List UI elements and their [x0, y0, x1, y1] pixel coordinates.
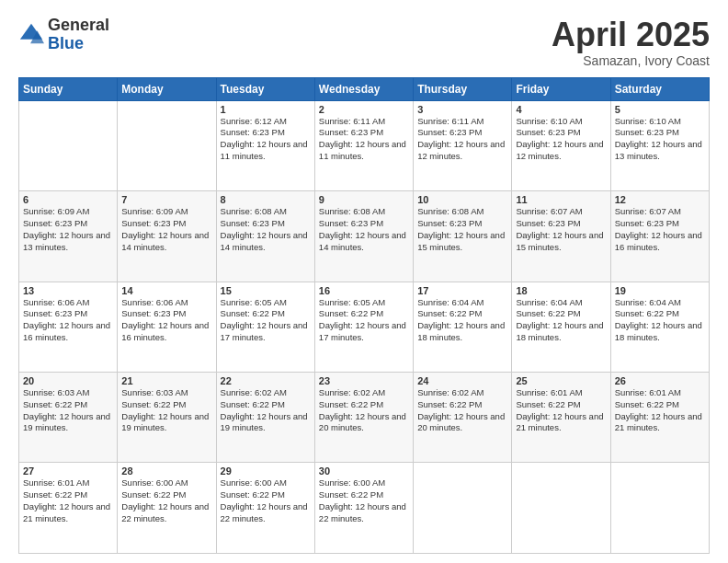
day-number: 29	[221, 465, 311, 477]
day-info: Sunrise: 6:12 AM Sunset: 6:23 PM Dayligh…	[221, 116, 311, 163]
calendar-cell: 9Sunrise: 6:08 AM Sunset: 6:23 PM Daylig…	[314, 191, 413, 282]
calendar-title: April 2025	[552, 17, 710, 53]
calendar-cell	[414, 463, 512, 554]
day-info: Sunrise: 6:03 AM Sunset: 6:22 PM Dayligh…	[121, 387, 211, 434]
calendar-cell: 26Sunrise: 6:01 AM Sunset: 6:22 PM Dayli…	[610, 373, 709, 463]
weekday-header: Wednesday	[314, 77, 413, 100]
logo-general: General	[48, 17, 109, 35]
day-info: Sunrise: 6:07 AM Sunset: 6:23 PM Dayligh…	[615, 206, 705, 253]
day-number: 20	[23, 375, 113, 386]
calendar-cell: 6Sunrise: 6:09 AM Sunset: 6:23 PM Daylig…	[19, 191, 118, 282]
day-number: 14	[121, 285, 211, 296]
day-number: 18	[516, 285, 606, 296]
calendar-cell: 2Sunrise: 6:11 AM Sunset: 6:23 PM Daylig…	[314, 100, 413, 190]
day-number: 19	[615, 285, 705, 296]
weekday-header: Friday	[512, 77, 610, 100]
day-info: Sunrise: 6:04 AM Sunset: 6:22 PM Dayligh…	[615, 297, 705, 344]
day-number: 7	[121, 194, 211, 205]
calendar-cell: 4Sunrise: 6:10 AM Sunset: 6:23 PM Daylig…	[512, 100, 610, 190]
calendar-cell: 25Sunrise: 6:01 AM Sunset: 6:22 PM Dayli…	[512, 373, 610, 463]
calendar-cell: 11Sunrise: 6:07 AM Sunset: 6:23 PM Dayli…	[512, 191, 610, 282]
day-number: 1	[221, 104, 311, 115]
day-number: 21	[121, 375, 211, 386]
calendar-cell: 17Sunrise: 6:04 AM Sunset: 6:22 PM Dayli…	[414, 282, 512, 372]
weekday-header: Saturday	[610, 77, 709, 100]
calendar-week-row: 27Sunrise: 6:01 AM Sunset: 6:22 PM Dayli…	[19, 463, 710, 554]
calendar-cell: 19Sunrise: 6:04 AM Sunset: 6:22 PM Dayli…	[610, 282, 709, 372]
day-info: Sunrise: 6:01 AM Sunset: 6:22 PM Dayligh…	[615, 387, 705, 434]
calendar-cell	[19, 100, 118, 190]
calendar-cell: 12Sunrise: 6:07 AM Sunset: 6:23 PM Dayli…	[610, 191, 709, 282]
calendar-cell: 27Sunrise: 6:01 AM Sunset: 6:22 PM Dayli…	[19, 463, 118, 554]
calendar-cell	[118, 100, 216, 190]
calendar-cell: 14Sunrise: 6:06 AM Sunset: 6:23 PM Dayli…	[118, 282, 216, 372]
day-number: 22	[221, 375, 311, 386]
day-number: 11	[516, 194, 606, 205]
calendar-cell: 23Sunrise: 6:02 AM Sunset: 6:22 PM Dayli…	[314, 373, 413, 463]
day-info: Sunrise: 6:05 AM Sunset: 6:22 PM Dayligh…	[221, 297, 311, 344]
day-number: 3	[417, 104, 507, 115]
day-number: 4	[516, 104, 606, 115]
day-info: Sunrise: 6:09 AM Sunset: 6:23 PM Dayligh…	[121, 206, 211, 253]
day-info: Sunrise: 6:01 AM Sunset: 6:22 PM Dayligh…	[23, 477, 113, 524]
calendar-cell: 5Sunrise: 6:10 AM Sunset: 6:23 PM Daylig…	[610, 100, 709, 190]
weekday-header: Sunday	[19, 77, 118, 100]
day-info: Sunrise: 6:06 AM Sunset: 6:23 PM Dayligh…	[23, 297, 113, 344]
day-info: Sunrise: 6:08 AM Sunset: 6:23 PM Dayligh…	[221, 206, 311, 253]
calendar-cell: 21Sunrise: 6:03 AM Sunset: 6:22 PM Dayli…	[118, 373, 216, 463]
calendar-subtitle: Samazan, Ivory Coast	[552, 53, 710, 68]
calendar-cell: 20Sunrise: 6:03 AM Sunset: 6:22 PM Dayli…	[19, 373, 118, 463]
calendar-cell: 24Sunrise: 6:02 AM Sunset: 6:22 PM Dayli…	[414, 373, 512, 463]
calendar-cell: 29Sunrise: 6:00 AM Sunset: 6:22 PM Dayli…	[216, 463, 314, 554]
day-number: 5	[615, 104, 705, 115]
calendar-cell: 1Sunrise: 6:12 AM Sunset: 6:23 PM Daylig…	[216, 100, 314, 190]
day-number: 13	[23, 285, 113, 296]
day-info: Sunrise: 6:02 AM Sunset: 6:22 PM Dayligh…	[319, 387, 409, 434]
day-number: 6	[23, 194, 113, 205]
day-number: 12	[615, 194, 705, 205]
day-number: 10	[417, 194, 507, 205]
day-number: 28	[121, 465, 211, 477]
calendar-week-row: 13Sunrise: 6:06 AM Sunset: 6:23 PM Dayli…	[19, 282, 710, 372]
logo-text: General Blue	[48, 17, 109, 53]
day-info: Sunrise: 6:04 AM Sunset: 6:22 PM Dayligh…	[417, 297, 507, 344]
calendar-week-row: 6Sunrise: 6:09 AM Sunset: 6:23 PM Daylig…	[19, 191, 710, 282]
day-info: Sunrise: 6:09 AM Sunset: 6:23 PM Dayligh…	[23, 206, 113, 253]
day-number: 15	[221, 285, 311, 296]
day-number: 16	[319, 285, 409, 296]
title-block: April 2025 Samazan, Ivory Coast	[552, 17, 710, 68]
calendar-cell: 3Sunrise: 6:11 AM Sunset: 6:23 PM Daylig…	[414, 100, 512, 190]
day-info: Sunrise: 6:11 AM Sunset: 6:23 PM Dayligh…	[319, 116, 409, 163]
day-number: 30	[319, 465, 409, 477]
calendar-week-row: 1Sunrise: 6:12 AM Sunset: 6:23 PM Daylig…	[19, 100, 710, 190]
calendar-cell: 16Sunrise: 6:05 AM Sunset: 6:22 PM Dayli…	[314, 282, 413, 372]
calendar-cell: 22Sunrise: 6:02 AM Sunset: 6:22 PM Dayli…	[216, 373, 314, 463]
calendar-table: SundayMondayTuesdayWednesdayThursdayFrid…	[18, 77, 710, 554]
day-number: 26	[615, 375, 705, 386]
weekday-header: Monday	[118, 77, 216, 100]
day-info: Sunrise: 6:08 AM Sunset: 6:23 PM Dayligh…	[417, 206, 507, 253]
day-info: Sunrise: 6:06 AM Sunset: 6:23 PM Dayligh…	[121, 297, 211, 344]
day-info: Sunrise: 6:11 AM Sunset: 6:23 PM Dayligh…	[417, 116, 507, 163]
day-number: 2	[319, 104, 409, 115]
day-number: 17	[417, 285, 507, 296]
calendar-cell: 13Sunrise: 6:06 AM Sunset: 6:23 PM Dayli…	[19, 282, 118, 372]
day-info: Sunrise: 6:02 AM Sunset: 6:22 PM Dayligh…	[417, 387, 507, 434]
logo-icon	[18, 22, 44, 48]
weekday-header: Thursday	[414, 77, 512, 100]
day-number: 27	[23, 465, 113, 477]
top-header: General Blue April 2025 Samazan, Ivory C…	[18, 17, 710, 68]
calendar-cell	[512, 463, 610, 554]
day-number: 24	[417, 375, 507, 386]
day-info: Sunrise: 6:03 AM Sunset: 6:22 PM Dayligh…	[23, 387, 113, 434]
calendar-week-row: 20Sunrise: 6:03 AM Sunset: 6:22 PM Dayli…	[19, 373, 710, 463]
calendar-cell: 10Sunrise: 6:08 AM Sunset: 6:23 PM Dayli…	[414, 191, 512, 282]
day-info: Sunrise: 6:04 AM Sunset: 6:22 PM Dayligh…	[516, 297, 606, 344]
day-info: Sunrise: 6:07 AM Sunset: 6:23 PM Dayligh…	[516, 206, 606, 253]
day-number: 25	[516, 375, 606, 386]
calendar-cell: 7Sunrise: 6:09 AM Sunset: 6:23 PM Daylig…	[118, 191, 216, 282]
day-info: Sunrise: 6:05 AM Sunset: 6:22 PM Dayligh…	[319, 297, 409, 344]
day-info: Sunrise: 6:08 AM Sunset: 6:23 PM Dayligh…	[319, 206, 409, 253]
day-number: 9	[319, 194, 409, 205]
day-info: Sunrise: 6:10 AM Sunset: 6:23 PM Dayligh…	[516, 116, 606, 163]
